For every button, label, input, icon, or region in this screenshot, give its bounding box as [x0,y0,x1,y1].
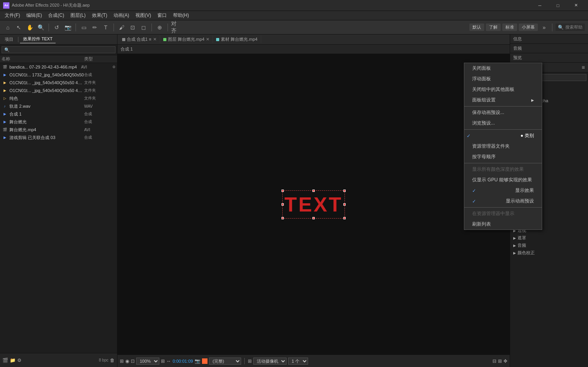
effect-group-audio[interactable]: ▶ 音频 [510,242,588,249]
home-tool[interactable]: ⌂ [3,23,13,32]
effect-group-color[interactable]: ▶ 颜色校正 [510,249,588,257]
tab-effects-controls[interactable]: 效果控件 TEXT [20,35,56,43]
ctx-category[interactable]: ● 类别 [464,130,542,141]
text-tool[interactable]: T [101,23,110,32]
tab-project[interactable]: 项目 [2,36,16,43]
workspace-default[interactable]: 默认 [469,24,484,31]
close-button[interactable]: ✕ [567,0,585,11]
new-comp-btn[interactable]: 🎬 [2,358,8,363]
menu-edit[interactable]: 编辑(E) [23,11,45,20]
ctx-save-preset[interactable]: 保存动画预设... [464,107,542,118]
zoom-tool[interactable]: 🔍 [36,23,45,32]
views-dropdown[interactable]: 1 个 2 个 [288,358,308,365]
new-folder-btn[interactable]: 📁 [10,358,16,363]
context-menu: 关闭面板 浮动面板 关闭组中的其他面板 面板组设置 保存动画预设... 浏览预设… [464,63,542,230]
viewer-ctrl-icon5[interactable]: ↔ [166,358,171,364]
list-item[interactable]: ▶ O1CN01t... 1732_jpg_540x540Q50s50 合成 [0,71,117,79]
list-item[interactable]: 🎬 bandica... 07-29 20-42-43-466.mp4 AVI … [0,63,117,71]
comp-tab-main[interactable]: 合成 合成1 ≡ ✕ [119,36,160,43]
list-item[interactable]: ▶ O1CN01t... _jpg_540x540Q50s50 4个图层 文件夹 [0,87,117,94]
list-item[interactable]: ▷ 纯色 文件夹 [0,94,117,102]
ctx-close-panel[interactable]: 关闭面板 [464,63,542,74]
tab-close[interactable]: ✕ [153,37,157,42]
item-type: 合成 [84,135,115,140]
info-section-title[interactable]: 信息 [510,34,588,43]
stamp-tool[interactable]: ⊡ [128,23,137,32]
text-preview-container: TEXT [285,193,343,216]
viewer-ctrl-end1[interactable]: ⊟ [492,358,496,364]
effects-menu-button[interactable]: ≡ [582,64,585,71]
settings-btn[interactable]: ⚙ [17,358,22,363]
eraser-tool[interactable]: ◻ [139,23,148,32]
viewer-ctrl-icon3[interactable]: ⊡ [131,358,135,364]
list-item[interactable]: ▶ 合成 1 合成 [0,110,117,118]
snapshot-btn[interactable]: 📷 [195,358,200,364]
pen-tool[interactable]: ✏ [90,23,99,32]
ctx-show-anim-presets[interactable]: ✓显示动画预设 [464,196,542,206]
select-tool[interactable]: ↖ [14,23,23,32]
list-item[interactable]: ♪ 轨道 2.wav WAV [0,102,117,110]
ctx-browse-preset[interactable]: 浏览预设... [464,118,542,128]
tab-close[interactable]: ✕ [206,37,209,42]
workspace-small[interactable]: 小屏幕 [519,24,538,31]
align-tool[interactable]: 对齐 [171,23,180,32]
list-item[interactable]: ▶ 舞台燃光 合成 [0,118,117,126]
effect-group-mask[interactable]: ▶ 遮罩 [510,234,588,242]
ctx-close-others[interactable]: 关闭组中的其他面板 [464,84,542,95]
zoom-dropdown[interactable]: 100% 50% 200% [136,358,159,365]
search-area[interactable]: 🔍 搜索帮助 [556,24,585,31]
brush-tool[interactable]: 🖌 [117,23,126,32]
camera-dropdown[interactable]: 活动摄像机 [253,358,287,365]
minimize-button[interactable]: ─ [531,0,549,11]
menu-help[interactable]: 帮助(H) [170,11,192,20]
viewer-ctrl-end3[interactable]: ✥ [503,358,507,364]
ctx-float-panel[interactable]: 浮动面板 [464,74,542,84]
project-columns-header: 名称 类型 [0,55,117,63]
workspace-standard[interactable]: 标准 [502,24,517,31]
menu-window[interactable]: 窗口 [154,11,170,20]
list-item[interactable]: 🎬 舞台燃光.mp4 AVI [0,126,117,134]
viewer-ctrl-icon6[interactable]: ⊞ [248,358,252,364]
ctx-explorer-folder[interactable]: 资源管理器文件夹 [464,141,542,152]
menu-layer[interactable]: 图层(L) [67,11,89,20]
workspace-learn[interactable]: 了解 [486,24,501,31]
comp-tab-layer[interactable]: 图层 舞台燃光.mp4 ✕ [160,36,213,43]
workspace-more[interactable]: » [539,23,549,32]
cam-tool[interactable]: 📷 [63,23,72,32]
viewer-ctrl-icon[interactable]: ⊞ [120,358,124,364]
rect-tool[interactable]: ▭ [79,23,88,32]
text-preview-element: TEXT [285,193,343,216]
menu-view[interactable]: 视图(V) [132,11,154,20]
check-icon: ✓ [472,188,476,193]
tab-label: 图层 舞台燃光.mp4 [168,36,205,42]
ctx-refresh-list[interactable]: 刷新列表 [464,219,542,230]
preview-section-title[interactable]: 预览 [510,53,588,62]
hand-tool[interactable]: ✋ [25,23,34,32]
menu-comp[interactable]: 合成(C) [45,11,67,20]
audio-section-title[interactable]: 音频 [510,44,588,53]
menu-anim[interactable]: 动画(A) [110,11,132,20]
ctx-show-gpu[interactable]: 仅显示 GPU 能够实现的效果 [464,175,542,185]
list-item[interactable]: ▶ 游戏剪辑 已关联合成 03 合成 [0,134,117,141]
menu-effects[interactable]: 效果(T) [89,11,110,20]
rotate-tool[interactable]: ↺ [52,23,61,32]
viewer-ctrl-icon2[interactable]: ◉ [125,358,129,364]
window-controls[interactable]: ─ □ ✕ [531,0,585,11]
ctx-panel-settings[interactable]: 面板组设置 [464,95,542,105]
ctx-alphabetical[interactable]: 按字母顺序 [464,152,542,162]
viewer-ctrl-icon4[interactable]: ⊞ [161,358,165,364]
comp-tab-footage[interactable]: 素材 舞台燃光.mp4 [213,36,261,43]
roto-tool[interactable]: ⊕ [155,23,164,32]
maximize-button[interactable]: □ [549,0,567,11]
viewer-ctrl-end2[interactable]: ⊞ [498,358,502,364]
quality-dropdown[interactable]: (完整) (二分之一) [209,358,241,365]
item-name: O1CN01t... _jpg_540x540Q50s50 4个图层 [9,80,84,86]
col-name-header: 名称 [2,56,84,62]
title-left: Ae Adobe After Effects 2020 - Hi\无命题.aep [3,2,90,9]
project-search-input[interactable] [2,46,115,53]
list-item[interactable]: ▶ O1CN01t... _jpg_540x540Q50s50 4个图层 文件夹 [0,79,117,87]
ctx-show-effects[interactable]: ✓显示效果 [464,185,542,196]
delete-btn[interactable]: 🗑 [110,358,115,363]
menu-file[interactable]: 文件(F) [2,11,23,20]
audio-section: 音频 [510,44,588,53]
